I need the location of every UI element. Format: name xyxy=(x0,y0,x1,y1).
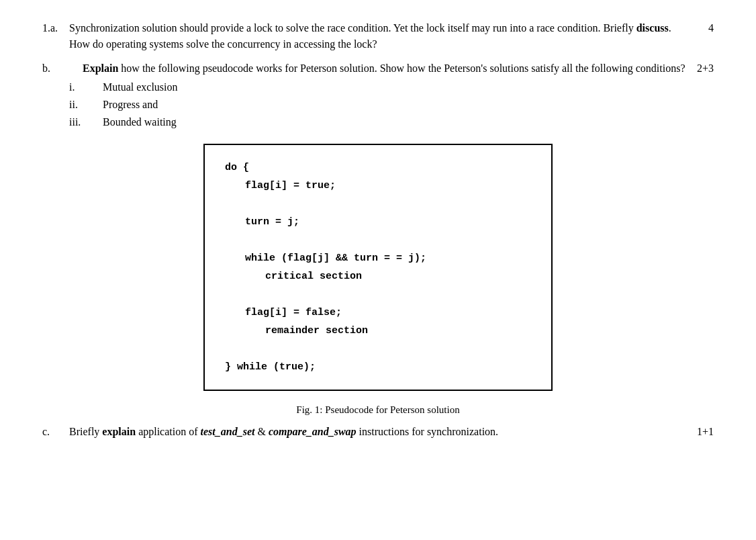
question-1c-text-middle: & xyxy=(254,426,268,437)
roman-label-ii: ii. xyxy=(69,97,103,113)
question-1b: b. Explain how the following pseudocode … xyxy=(42,60,714,77)
roman-text-ii: Progress and xyxy=(103,97,158,113)
roman-text-iii: Bounded waiting xyxy=(103,114,177,130)
question-1a-text: Synchronization solution should provide … xyxy=(69,20,687,52)
question-1b-text: Explain how the following pseudocode wor… xyxy=(83,60,687,77)
page-content: 1.a. Synchronization solution should pro… xyxy=(42,20,714,440)
roman-text-i: Mutual exclusion xyxy=(103,79,178,95)
question-1b-label: b. xyxy=(42,60,83,77)
code-line-blank-2 xyxy=(225,231,531,249)
code-line-8: } while (true); xyxy=(225,358,531,376)
code-box: do { flag[i] = true; turn = j; while (fl… xyxy=(203,144,553,391)
question-1c-label: c. xyxy=(42,424,69,440)
code-line-2: flag[i] = true; xyxy=(225,177,531,195)
question-1a-label: 1.a. xyxy=(42,20,69,52)
code-line-7: remainder section xyxy=(225,322,531,340)
question-1c-text-after2: instructions for synchronization. xyxy=(357,426,499,437)
code-line-4: while (flag[j] && turn = = j); xyxy=(225,249,531,267)
roman-item-ii: ii. Progress and xyxy=(69,97,714,113)
code-line-blank-1 xyxy=(225,195,531,213)
question-1b-text-after: how the following pseudocode works for P… xyxy=(118,62,685,74)
roman-label-i: i. xyxy=(69,79,103,95)
question-1a-marks: 4 xyxy=(687,20,714,36)
question-1c-text: Briefly explain application of test_and_… xyxy=(69,424,687,440)
roman-items: i. Mutual exclusion ii. Progress and iii… xyxy=(69,79,714,130)
code-line-6: flag[i] = false; xyxy=(225,304,531,322)
question-1a-bold: discuss xyxy=(636,22,669,34)
roman-item-iii: iii. Bounded waiting xyxy=(69,114,714,130)
question-1b-marks: 2+3 xyxy=(687,60,714,77)
code-line-blank-3 xyxy=(225,285,531,304)
roman-item-i: i. Mutual exclusion xyxy=(69,79,714,95)
question-1a-text-before: Synchronization solution should provide … xyxy=(69,22,636,34)
question-1c-text-after1: application of xyxy=(136,426,200,437)
question-1c-marks: 1+1 xyxy=(687,424,714,440)
question-1c-bold: explain xyxy=(102,426,136,437)
code-line-5: critical section xyxy=(225,267,531,285)
figure-caption: Fig. 1: Pseudocode for Peterson solution xyxy=(42,404,714,416)
question-1c: c. Briefly explain application of test_a… xyxy=(42,424,714,440)
code-line-3: turn = j; xyxy=(225,213,531,231)
question-1a: 1.a. Synchronization solution should pro… xyxy=(42,20,714,52)
roman-label-iii: iii. xyxy=(69,114,103,130)
code-line-1: do { xyxy=(225,159,531,177)
question-1c-text-before: Briefly xyxy=(69,426,102,437)
question-1b-bold: Explain xyxy=(83,62,118,74)
question-1c-italic2: compare_and_swap xyxy=(269,426,357,437)
question-1c-italic1: test_and_set xyxy=(201,426,255,437)
code-line-blank-4 xyxy=(225,340,531,358)
